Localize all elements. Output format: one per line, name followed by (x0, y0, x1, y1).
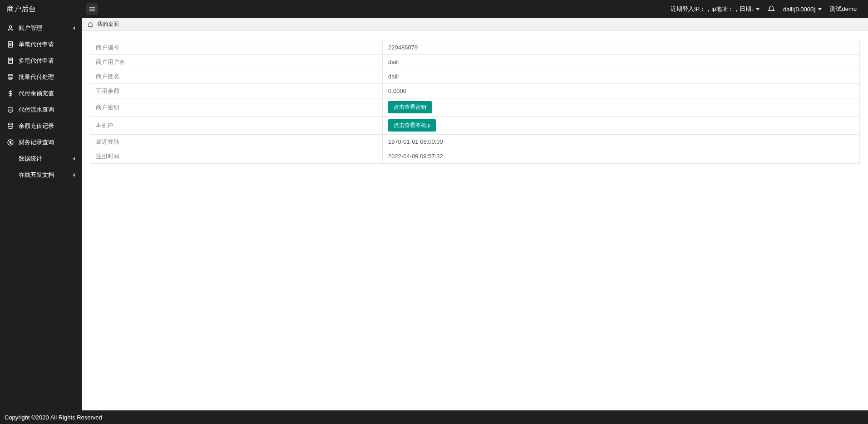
table-row: 商户编号220486079 (90, 40, 860, 55)
info-label: 商户编号 (90, 40, 383, 55)
info-value: 2022-04-09 09:57:32 (383, 149, 860, 164)
merchant-info-table: 商户编号220486079商户用户名daili商户姓名daili可用余额0.00… (90, 40, 860, 164)
chevron-left-icon (73, 26, 75, 30)
menu-icon (89, 5, 96, 13)
notifications-button[interactable] (768, 5, 775, 13)
info-label: 可用余额 (90, 84, 383, 98)
user-dropdown[interactable]: daili(0.0000) (783, 6, 822, 13)
user-label: daili(0.0000) (783, 6, 816, 13)
sidebar-item-4[interactable]: 代付余额充值 (0, 85, 82, 102)
test-demo-link[interactable]: 测试demo (830, 5, 857, 13)
view-button-5[interactable]: 点击查看本机ip (388, 119, 436, 132)
table-row: 商户密钥点击查看密钥 (90, 98, 860, 117)
sidebar-item-5[interactable]: 代付流水查询 (0, 102, 82, 118)
breadcrumb-title: 我的桌面 (97, 20, 119, 28)
info-value: 0.0000 (383, 84, 860, 98)
sidebar-item-9[interactable]: 在线开发文档 (0, 167, 82, 183)
info-value: 1970-01-01 08:00:00 (383, 135, 860, 149)
table-row: 注册时间2022-04-09 09:57:32 (90, 149, 860, 164)
sidebar-item-label: 单笔代付申请 (19, 40, 54, 49)
login-info-dropdown[interactable]: 近期登入IP：，ip地址：，日期: (671, 5, 760, 13)
sidebar-item-label: 财务记录查询 (19, 138, 54, 146)
file-icon (7, 57, 14, 64)
header: 商户后台 近期登入IP：，ip地址：，日期: daili(0.0000) 测试d… (0, 0, 868, 18)
info-label: 商户姓名 (90, 69, 383, 84)
info-label: 本机IP (90, 117, 383, 135)
blank-icon (7, 155, 14, 162)
print-icon (7, 73, 14, 81)
sidebar-item-6[interactable]: 余额充值记录 (0, 118, 82, 134)
info-value: 220486079 (383, 40, 860, 55)
sidebar-item-label: 代付流水查询 (19, 106, 54, 114)
svg-point-3 (9, 26, 11, 28)
caret-down-icon (818, 8, 822, 10)
blank-icon (7, 171, 14, 179)
bell-icon (768, 5, 775, 13)
sidebar-item-label: 多笔代付申请 (19, 57, 54, 65)
table-row: 可用余额0.0000 (90, 84, 860, 98)
info-label: 最近登陆 (90, 135, 383, 149)
view-button-4[interactable]: 点击查看密钥 (388, 101, 432, 113)
menu-toggle-button[interactable] (86, 3, 98, 15)
breadcrumb: 我的桌面 (82, 18, 868, 31)
sidebar-item-3[interactable]: 批量代付处理 (0, 69, 82, 85)
logo: 商户后台 (0, 0, 82, 18)
svg-point-16 (8, 123, 13, 125)
sidebar-item-label: 数据统计 (19, 155, 42, 163)
main-content: 我的桌面 商户编号220486079商户用户名daili商户姓名daili可用余… (82, 18, 868, 410)
footer: Copyright ©2020 All Rights Reserved (0, 410, 868, 424)
chevron-left-icon (73, 173, 75, 177)
sidebar-item-2[interactable]: 多笔代付申请 (0, 53, 82, 69)
test-demo-label: 测试demo (830, 5, 857, 13)
sidebar-item-label: 批量代付处理 (19, 73, 54, 81)
table-row: 本机IP点击查看本机ip (90, 117, 860, 135)
sidebar-item-label: 代付余额充值 (19, 89, 54, 97)
sidebar: 账户管理单笔代付申请多笔代付申请批量代付处理代付余额充值代付流水查询余额充值记录… (0, 18, 82, 410)
footer-text: Copyright ©2020 All Rights Reserved (5, 414, 102, 421)
info-label: 商户密钥 (90, 98, 383, 117)
dollar-circle-icon (7, 139, 14, 146)
sidebar-item-0[interactable]: 账户管理 (0, 20, 82, 36)
table-row: 商户姓名daili (90, 69, 860, 84)
table-row: 最近登陆1970-01-01 08:00:00 (90, 135, 860, 149)
user-icon (7, 24, 14, 32)
db-icon (7, 122, 14, 130)
sidebar-item-label: 在线开发文档 (19, 171, 54, 179)
sidebar-item-8[interactable]: 数据统计 (0, 151, 82, 167)
info-value: daili (383, 55, 860, 69)
login-info-text: 近期登入IP：，ip地址：，日期: (671, 5, 753, 13)
table-row: 商户用户名daili (90, 55, 860, 69)
info-label: 注册时间 (90, 149, 383, 164)
shield-icon (7, 106, 14, 113)
info-label: 商户用户名 (90, 55, 383, 69)
info-value: 点击查看本机ip (383, 117, 860, 135)
info-value: daili (383, 69, 860, 84)
sidebar-item-label: 账户管理 (19, 24, 42, 32)
chevron-left-icon (73, 157, 75, 161)
sidebar-item-label: 余额充值记录 (19, 122, 54, 130)
file-icon (7, 41, 14, 48)
caret-down-icon (756, 8, 760, 10)
info-value: 点击查看密钥 (383, 98, 860, 117)
home-icon (87, 21, 94, 28)
dollar-icon (7, 90, 14, 97)
sidebar-item-1[interactable]: 单笔代付申请 (0, 36, 82, 53)
sidebar-item-7[interactable]: 财务记录查询 (0, 134, 82, 151)
